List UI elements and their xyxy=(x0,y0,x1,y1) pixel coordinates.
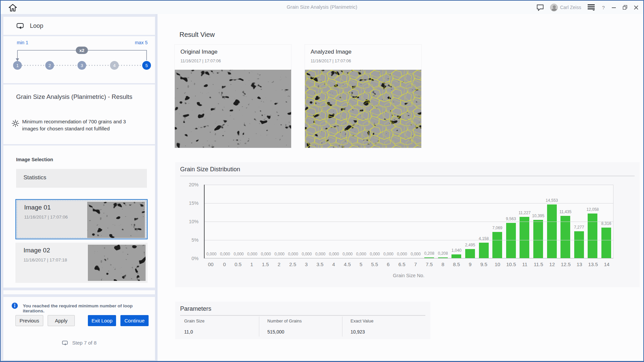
chart-title: Grain Size Distribution xyxy=(180,166,240,173)
x-tick-label: 13.5 xyxy=(586,261,600,267)
x-tick-label: 1.5 xyxy=(259,261,272,267)
x-tick-label: 6.5 xyxy=(395,261,409,267)
app-window: Grain Size Analysis (Planimetric) Carl Z… xyxy=(0,0,644,362)
bar-value-label: 8,316 xyxy=(601,221,611,226)
warning-message: Minimum recommendation of 700 grains and… xyxy=(22,118,134,132)
loop-icon xyxy=(16,22,24,29)
bar xyxy=(588,214,597,258)
x-tick-label: 8 xyxy=(436,261,450,267)
image-selection-panel: Image Selection Statistics Image 01 11/1… xyxy=(3,145,155,288)
x-tick-label: 4.5 xyxy=(340,261,354,267)
bar-value-label: 0,000 xyxy=(397,252,407,256)
loop-min-label: min 1 xyxy=(17,40,28,45)
x-tick-label: 3.5 xyxy=(313,261,327,267)
bar-value-label: 0,208 xyxy=(424,251,434,256)
bar xyxy=(492,232,502,258)
bar-value-label: 12,058 xyxy=(587,207,599,212)
x-tick-label: 1 xyxy=(245,261,259,267)
exit-loop-button[interactable]: Exit Loop xyxy=(88,315,116,326)
statistics-item[interactable]: Statistics xyxy=(16,169,147,188)
bar-value-label: 0,000 xyxy=(411,252,421,256)
user-avatar[interactable] xyxy=(550,4,558,11)
bar xyxy=(601,228,611,258)
restore-icon[interactable] xyxy=(622,5,628,10)
loop-step-number: 1 xyxy=(16,63,18,68)
image-list-item-01[interactable]: Image 01 11/16/2017 | 17:07:06 xyxy=(15,199,148,239)
user-name: Carl Zeiss xyxy=(560,5,581,10)
x-tick-label: 12.5 xyxy=(559,261,573,267)
bar-value-label: 14,553 xyxy=(546,198,558,203)
bar xyxy=(424,257,434,258)
image-name: Image 01 xyxy=(24,204,51,211)
bar-value-label: 0,000 xyxy=(370,252,380,256)
bar-value-label: 1,040 xyxy=(451,248,462,253)
y-axis-labels: 20%15%10%5%0% xyxy=(175,185,201,258)
x-tick-label: 10.5 xyxy=(504,261,518,267)
x-tick-label: 12 xyxy=(545,261,559,267)
x-tick-label: 7.5 xyxy=(422,261,436,267)
image-list-item-02[interactable]: Image 02 11/16/2017 | 17:07:18 xyxy=(15,243,148,283)
result-view-area: Result View Original Image 11/16/2017 | … xyxy=(158,14,643,361)
x-tick-label: 4 xyxy=(327,261,340,267)
bar-value-label: 0,000 xyxy=(342,252,353,256)
bar xyxy=(533,220,543,258)
x-tick-label: 9 xyxy=(463,261,477,267)
parameters-card: Parameters Grain Size 11,0 Number of Gra… xyxy=(175,302,430,339)
x-tick-label: 13 xyxy=(573,261,586,267)
results-panel: Grain Size Analysis (Planimetric) - Resu… xyxy=(3,84,155,144)
x-tick-label: 5 xyxy=(354,261,368,267)
original-micrograph xyxy=(175,70,291,148)
x-tick-label: 0.5 xyxy=(231,261,245,267)
close-icon[interactable] xyxy=(634,5,639,10)
help-button[interactable]: ? xyxy=(601,5,605,10)
analyzed-image-panel: Analyzed Image 11/16/2017 | 17:07:06 xyxy=(305,44,422,148)
original-image-title: Original Image xyxy=(180,49,218,55)
panel-divider xyxy=(156,14,156,361)
bar-value-label: 0,000 xyxy=(356,252,366,256)
y-tick-label: 5% xyxy=(192,237,199,243)
parameter-value: 11,0 xyxy=(184,329,259,335)
result-view-title: Result View xyxy=(179,31,215,39)
parameter-grain-size: Grain Size 11,0 xyxy=(180,316,259,337)
image-name: Image 02 xyxy=(23,247,50,254)
bar-value-label: 11,227 xyxy=(519,210,531,215)
step-loop-icon xyxy=(62,340,68,346)
x-tick-label: 0 xyxy=(218,261,231,267)
original-image-panel: Original Image 11/16/2017 | 17:07:06 xyxy=(174,44,291,148)
info-icon xyxy=(11,302,18,309)
bar-value-label: 10,395 xyxy=(532,214,544,218)
bar-value-label: 0,000 xyxy=(247,252,257,256)
x-tick-label: 14 xyxy=(600,261,613,267)
x-tick-label: 00 xyxy=(204,261,218,267)
bar xyxy=(479,243,489,258)
parameter-number-of-grains: Number of Grains 515,000 xyxy=(259,316,342,337)
continue-button[interactable]: Continue xyxy=(120,315,149,326)
bar-value-label: 0,000 xyxy=(315,252,325,256)
bar xyxy=(438,257,448,258)
statistics-label: Statistics xyxy=(23,174,46,181)
x-axis-title: Grain Size No. xyxy=(204,273,613,278)
menu-icon[interactable] xyxy=(587,4,595,11)
previous-button[interactable]: Previous xyxy=(15,315,43,326)
gridline xyxy=(205,203,613,203)
x-tick-label: 8.5 xyxy=(450,261,464,267)
analyzed-image-timestamp: 11/16/2017 | 17:07:06 xyxy=(311,59,351,63)
minimize-icon[interactable] xyxy=(611,5,616,10)
loop-step-number: 2 xyxy=(48,63,51,68)
bar-value-label: 0,000 xyxy=(206,252,216,256)
bar-value-label: 11,435 xyxy=(559,209,572,214)
user-menu[interactable]: Carl Zeiss xyxy=(550,4,581,11)
bar-value-label: 0,208 xyxy=(438,251,448,256)
gridline xyxy=(205,222,613,222)
loop-max-label: max 5 xyxy=(135,40,148,45)
bar xyxy=(547,204,557,258)
chart-plot: 0,0000,0000,0000,0000,0000,0000,0000,000… xyxy=(204,185,613,258)
x-tick-label: 3 xyxy=(300,261,313,267)
loop-step-number: 3 xyxy=(80,63,83,68)
bar-value-label: 0,000 xyxy=(383,252,393,256)
comment-icon[interactable] xyxy=(536,4,544,11)
bar xyxy=(465,249,475,258)
apply-button[interactable]: Apply xyxy=(48,315,75,326)
loop-header-panel: Loop xyxy=(3,17,155,35)
x-tick-label: 10 xyxy=(491,261,504,267)
